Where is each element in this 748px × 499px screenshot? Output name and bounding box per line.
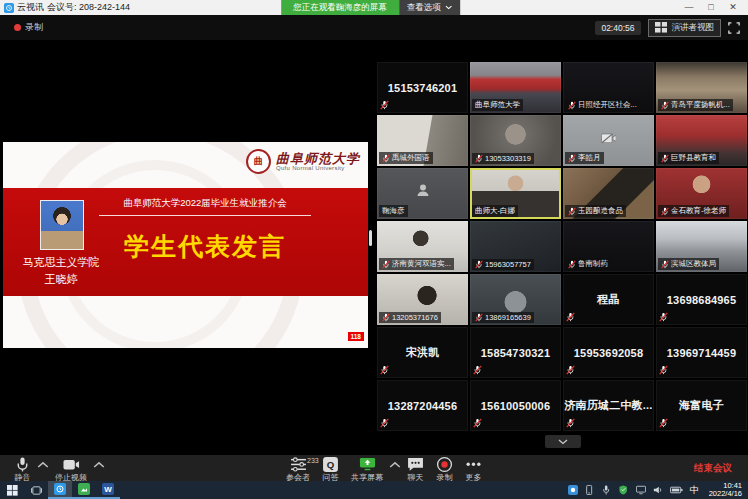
record-dot-icon [14, 24, 21, 31]
chat-icon [407, 458, 424, 471]
participant-tile[interactable]: 鲁南制药 [563, 221, 654, 272]
stop-video-label: 停止视频 [55, 472, 87, 483]
muted-mic-icon [475, 313, 483, 322]
stop-video-options-caret-icon[interactable] [93, 460, 105, 470]
participant-tile[interactable]: 13053303319 [470, 115, 561, 166]
close-button[interactable]: ✕ [722, 0, 744, 15]
record-button[interactable]: 录制 [430, 457, 459, 484]
participant-tile[interactable]: 日照经开区社会... [563, 62, 654, 113]
participant-tile[interactable]: 15153746201 [377, 62, 468, 113]
ime-indicator[interactable]: 中 [690, 484, 699, 497]
maximize-button[interactable]: □ [700, 0, 722, 15]
record-label: 录制 [437, 472, 453, 483]
muted-mic-icon [566, 365, 575, 375]
muted-mic-icon [380, 365, 389, 375]
university-seal-icon: 曲 [246, 149, 271, 174]
participant-tile[interactable]: 海富电子 [656, 380, 747, 431]
muted-mic-icon [568, 207, 576, 216]
participant-tile[interactable]: 禹城外国语 [377, 115, 468, 166]
participant-tile[interactable]: 济南黄河双语实... [377, 221, 468, 272]
participant-tile[interactable]: 13869165639 [470, 274, 561, 325]
grid-scroll-more-button[interactable] [545, 435, 581, 448]
participant-name: 15610050006 [470, 380, 561, 431]
recording-label: 录制 [25, 21, 43, 34]
muted-mic-icon [659, 365, 668, 375]
participant-tile[interactable]: 曲师大-白娜 [470, 168, 561, 219]
participant-tile[interactable]: 巨野县教育和 [656, 115, 747, 166]
participant-tile[interactable]: 程晶 [563, 274, 654, 325]
share-screen-options-caret-icon[interactable] [389, 460, 401, 470]
university-name-cn: 曲阜师范大学 [276, 152, 360, 165]
tray-phone-icon[interactable] [585, 485, 595, 495]
participant-tile[interactable]: 13969714459 [656, 327, 747, 378]
participant-tile[interactable]: 宋洪凯 [377, 327, 468, 378]
tray-app-icon[interactable] [568, 485, 578, 495]
participant-tile[interactable]: 金石教育-徐老师 [656, 168, 747, 219]
tray-security-shield-icon[interactable] [619, 485, 629, 495]
participant-name: 程晶 [563, 274, 654, 325]
participant-tile[interactable]: 玉园酿造食品 [563, 168, 654, 219]
title-bar: 云视讯 会议号: 208-242-144 您正在观看鞠海彦的屏幕 查看选项 — … [0, 0, 748, 15]
speaker-view-label: 演讲者视图 [672, 22, 715, 34]
participant-label: 青岛平度扬帆机... [658, 99, 733, 111]
share-screen-label: 共享屏幕 [351, 472, 383, 483]
top-toolbar-right: 02:40:56 演讲者视图 [595, 19, 748, 37]
meeting-number: 会议号: 208-242-144 [47, 1, 130, 14]
muted-mic-icon [566, 418, 575, 428]
participant-tile[interactable]: 15963057757 [470, 221, 561, 272]
participant-tile[interactable]: 13205371676 [377, 274, 468, 325]
participant-tile[interactable]: 15854730321 [470, 327, 561, 378]
participant-tile[interactable]: 13698684965 [656, 274, 747, 325]
chat-label: 聊天 [408, 472, 424, 483]
participant-tile[interactable]: 李皓月 [563, 115, 654, 166]
participant-name: 金石教育-徐老师 [671, 206, 726, 216]
participant-name: 海富电子 [656, 380, 747, 431]
tray-battery-icon[interactable] [670, 485, 683, 495]
end-meeting-button[interactable]: 结束会议 [688, 455, 738, 481]
title-bar-left: 云视讯 会议号: 208-242-144 [0, 1, 130, 14]
toolbar-center-group: 233参会者Q问答共享屏幕聊天录制更多 [280, 457, 488, 484]
participant-label: 滨城区教体局 [658, 258, 719, 270]
mute-options-caret-icon[interactable] [37, 460, 49, 470]
muted-mic-icon [382, 154, 390, 163]
participant-tile[interactable]: 滨城区教体局 [656, 221, 747, 272]
fullscreen-icon[interactable] [728, 22, 740, 34]
panel-resize-handle[interactable] [369, 230, 372, 246]
participant-name: 15854730321 [470, 327, 561, 378]
participant-name: 13287204456 [377, 380, 468, 431]
participant-name: 宋洪凯 [377, 327, 468, 378]
tray-microphone-icon[interactable] [602, 485, 612, 495]
participants-button[interactable]: 233参会者 [280, 457, 316, 484]
participant-name: 13205371676 [392, 313, 438, 322]
participant-tile[interactable]: 15610050006 [470, 380, 561, 431]
window-controls: — □ ✕ [678, 0, 748, 15]
participant-name: 13698684965 [656, 274, 747, 325]
participant-name: 巨野县教育和 [671, 153, 716, 163]
participant-name: 13869165639 [485, 313, 531, 322]
participant-name: 13969714459 [656, 327, 747, 378]
muted-mic-icon [475, 154, 483, 163]
muted-mic-icon [475, 260, 483, 269]
stop-video-button[interactable]: 停止视频 [49, 457, 93, 484]
minimize-button[interactable]: — [678, 0, 700, 15]
view-options-button[interactable]: 查看选项 [399, 0, 460, 15]
tray-display-icon[interactable] [636, 485, 646, 495]
taskbar-clock[interactable]: 10:41 2022/4/16 [706, 482, 742, 498]
slide-header: 曲阜师范大学2022届毕业生就业推介会 [99, 197, 311, 216]
participant-tile[interactable]: 济南历城二中教... [563, 380, 654, 431]
participant-tile[interactable]: 13287204456 [377, 380, 468, 431]
participant-tile[interactable]: 鞠海彦 [377, 168, 468, 219]
chat-button[interactable]: 聊天 [401, 457, 430, 484]
mute-button[interactable]: 静音 [8, 457, 37, 484]
muted-mic-icon [659, 418, 668, 428]
participant-tile[interactable]: 青岛平度扬帆机... [656, 62, 747, 113]
tray-speaker-icon[interactable] [653, 485, 663, 495]
muted-mic-icon [568, 260, 576, 269]
qa-button[interactable]: Q问答 [316, 457, 345, 484]
more-button[interactable]: 更多 [459, 457, 488, 484]
share-screen-button[interactable]: 共享屏幕 [345, 457, 389, 484]
participant-tile[interactable]: 15953692058 [563, 327, 654, 378]
participant-tile[interactable]: 曲阜师范大学 [470, 62, 561, 113]
speaker-view-button[interactable]: 演讲者视图 [648, 19, 722, 37]
participant-label: 鞠海彦 [379, 205, 408, 217]
